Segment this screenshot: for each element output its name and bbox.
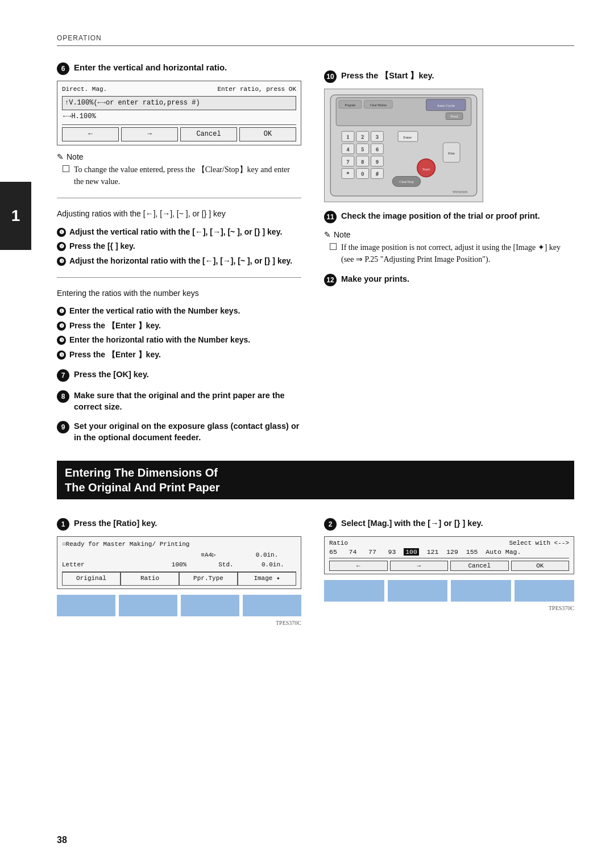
step10-text: Press the 【Start 】key. — [341, 70, 434, 81]
lcd-tabs: Original Ratio Ppr.Type Image ✦ — [62, 571, 296, 586]
lcd-btn-cancel[interactable]: Cancel — [180, 127, 237, 141]
step6-heading: 6 Enter the vertical and horizontal rati… — [57, 62, 301, 75]
step12-num: 12 — [324, 274, 337, 286]
adjusting-heading: Adjusting ratios with the [←], [→], [~ ]… — [57, 208, 301, 220]
lcd-info-row2: Letter 100% Std. 0.0in. — [62, 560, 296, 570]
rs1-lcd: ○Ready for Master Making/ Printing ≡A4▷ … — [57, 536, 301, 589]
tab-image[interactable]: Image ✦ — [238, 572, 296, 586]
ratio-btn-arrow[interactable]: → — [390, 561, 449, 571]
main-content: 6 Enter the vertical and horizontal rati… — [57, 62, 574, 449]
blue-box-2a — [324, 580, 384, 602]
bullet-enter-1: ❶ Enter the vertical ratio with the Numb… — [57, 306, 301, 317]
step8-text: Make sure that the original and the prin… — [74, 390, 301, 413]
svg-text:*: * — [347, 171, 350, 177]
tab-original[interactable]: Original — [62, 572, 121, 586]
bullet-e4-text: Press the 【Enter 】key. — [69, 349, 161, 361]
note11-label: ✎ Note — [324, 230, 574, 239]
bullet-enter-3: ❸ Enter the horizontal ratio with the Nu… — [57, 335, 301, 346]
step6-lcd: Direct. Mag. Enter ratio, press OK ↑V.10… — [57, 81, 301, 145]
svg-text:1: 1 — [347, 134, 349, 140]
svg-text:7: 7 — [347, 159, 350, 165]
lcd-row3: ←→H.100% — [62, 111, 296, 122]
lcd-btn-left[interactable]: ← — [62, 127, 119, 141]
svg-text:Auto Cycle: Auto Cycle — [437, 103, 455, 107]
step11-text: Check the image position of the trial or… — [341, 210, 540, 222]
bottom-content: 1 Press the [Ratio] key. ○Ready for Mast… — [57, 510, 574, 631]
step6-title: Enter the vertical and horizontal ratio. — [74, 62, 227, 73]
ratio-77: 77 — [368, 548, 384, 556]
blue-boxes-2 — [324, 580, 574, 602]
right-column: 10 Press the 【Start 】key. Auto Cycle Pro… — [324, 62, 574, 449]
right-step1: 1 Press the [Ratio] key. — [57, 518, 301, 531]
section-banner: Entering The Dimensions Of The Original … — [57, 461, 574, 499]
ratio-129: 129 — [446, 548, 462, 556]
divider1 — [57, 198, 301, 198]
ratio-auto: Auto Mag. — [486, 548, 521, 556]
blue-box-2c — [451, 580, 511, 602]
svg-text:6: 6 — [376, 147, 379, 152]
note-icon: ✎ — [57, 152, 64, 161]
bottom-right: 2 Select [Mag.] with the [→] or [} ] key… — [324, 510, 574, 631]
bullet-adjust-1: ❶ Adjust the vertical ratio with the [←]… — [57, 227, 301, 238]
blue-box-2d — [515, 580, 575, 602]
note-label: ✎ Note — [57, 152, 301, 161]
step9: 9 Set your original on the exposure glas… — [57, 420, 301, 444]
ratio-93: 93 — [388, 548, 400, 556]
step12-text: Make your prints. — [341, 273, 409, 285]
model-label2: TPES370C — [324, 605, 574, 611]
divider2 — [57, 277, 301, 278]
svg-text:3: 3 — [376, 134, 379, 140]
lcd-letter: Letter — [62, 560, 156, 570]
bullet-3-num: ❸ — [57, 257, 66, 266]
blue-boxes-1 — [57, 595, 301, 616]
rs2-text: Select [Mag.] with the [→] or [} ] key. — [341, 518, 483, 529]
lcd-info-row1: ≡A4▷ 0.0in. — [62, 550, 296, 560]
rs2-num: 2 — [324, 518, 337, 531]
tab-pprtype[interactable]: Ppr.Type — [179, 572, 238, 586]
lcd-row1-right: Enter ratio, press OK — [217, 85, 296, 95]
page-header: OPERATION — [57, 34, 574, 46]
ratio-values: 65 74 77 93 100 121 129 155 Auto Mag. — [329, 548, 569, 556]
step12: 12 Make your prints. — [324, 273, 574, 286]
ratio-74: 74 — [349, 548, 365, 556]
bullet-e4-num: ❹ — [57, 350, 66, 360]
step8-num: 8 — [57, 390, 69, 403]
note-word: Note — [67, 152, 84, 161]
ratio-btn-cancel[interactable]: Cancel — [450, 561, 509, 571]
ratio-label: Ratio — [329, 540, 348, 546]
lcd-std: Std. — [202, 560, 249, 570]
svg-text:Proof: Proof — [450, 115, 458, 118]
ratio-btn-left[interactable]: ← — [329, 561, 388, 571]
note11-word: Note — [334, 230, 351, 239]
bullet-e1-num: ❶ — [57, 307, 66, 316]
keyboard-image: Auto Cycle Proof 1 2 3 4 5 6 7 8 9 — [324, 89, 483, 202]
svg-text:Clear Motion: Clear Motion — [370, 103, 387, 107]
page: 1 OPERATION 6 Enter the vertical and hor… — [0, 0, 614, 868]
note-checkbox — [63, 165, 69, 172]
lcd-btn-ok[interactable]: OK — [239, 127, 296, 141]
step8: 8 Make sure that the original and the pr… — [57, 390, 301, 413]
step11-note: ✎ Note If the image position is not corr… — [324, 230, 574, 265]
bullet-3-text: Adjust the horizontal ratio with the [←]… — [69, 256, 292, 267]
tab-ratio[interactable]: Ratio — [121, 572, 179, 586]
svg-text:0: 0 — [362, 171, 364, 177]
bottom-left: 1 Press the [Ratio] key. ○Ready for Mast… — [57, 510, 301, 631]
section-banner-line2: The Original And Print Paper — [65, 480, 566, 495]
lcd-row1-left: Direct. Mag. — [62, 85, 107, 95]
svg-text:TPES050N: TPES050N — [452, 190, 468, 194]
ratio-100-selected: 100 — [404, 548, 419, 556]
bullet-1-num: ❶ — [57, 228, 66, 237]
svg-text:5: 5 — [362, 147, 364, 152]
ratio-header: Ratio Select with <--> — [329, 540, 569, 546]
bullet-e1-text: Enter the vertical ratio with the Number… — [69, 306, 240, 317]
svg-text:4: 4 — [347, 147, 350, 152]
blue-box-1b — [119, 595, 177, 616]
svg-text:Program: Program — [345, 103, 356, 107]
ratio-lcd: Ratio Select with <--> 65 74 77 93 100 1… — [324, 536, 574, 574]
bullet-enter-4: ❹ Press the 【Enter 】key. — [57, 349, 301, 361]
chapter-tab: 1 — [0, 182, 31, 250]
blue-box-1a — [57, 595, 115, 616]
ratio-select-hint: Select with <--> — [509, 540, 569, 546]
ratio-btn-ok[interactable]: OK — [511, 561, 570, 571]
lcd-btn-arrow[interactable]: → — [121, 127, 178, 141]
